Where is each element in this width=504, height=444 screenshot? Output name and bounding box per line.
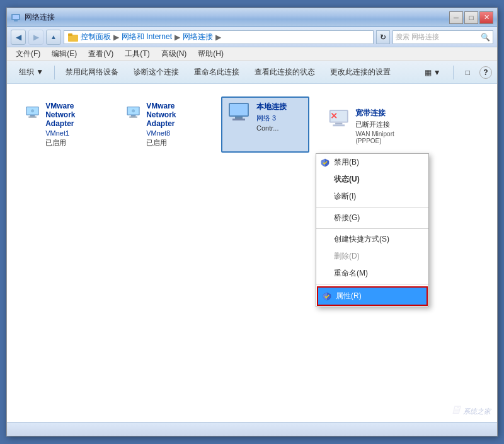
watermark: 🖥 系统之家 [450,404,491,417]
svg-rect-2 [14,20,18,21]
refresh-button[interactable]: ↻ [376,30,390,44]
ctx-icon-shortcut [320,235,330,245]
toolbar-right: ▦ ▼ □ ? [418,64,492,81]
svg-rect-13 [129,117,137,118]
ctx-icon-status [320,175,330,185]
net-status-vmnet1: 已启用 [45,138,103,148]
net-name-vmnet8: VMware Network Adapter [146,102,203,128]
items-grid: VMware Network Adapter VMnet1 已启用 VMware… [13,90,491,159]
net-status-local: Contr... [256,124,287,132]
context-menu: 禁用(B) 状态(U) 诊断(I) 桥接(G) 创建快捷方式(S) [316,153,429,307]
net-name-vmnet1: VMware Network Adapter [45,102,103,128]
path-controlpanel[interactable]: 控制面板 [81,32,111,42]
address-path: 控制面板 ▶ 网络和 Internet ▶ 网络连接 ▶ [64,30,374,44]
ctx-diagnose[interactable]: 诊断(I) [316,188,428,205]
ctx-sep-3 [316,284,428,284]
net-status-vmnet8: 已启用 [146,138,203,148]
minimize-button[interactable]: ─ [449,11,463,24]
svg-rect-22 [333,124,345,126]
content-area: VMware Network Adapter VMnet1 已启用 VMware… [7,84,497,422]
menu-file[interactable]: 文件(F) [11,47,45,61]
ctx-disable[interactable]: 禁用(B) [316,154,428,171]
svg-rect-12 [131,115,136,117]
address-bar: ◀ ▶ ▲ 控制面板 ▶ 网络和 Internet ▶ 网络连接 ▶ ↻ 搜索 … [7,27,497,47]
rename-button[interactable]: 重命名此连接 [187,64,246,81]
svg-rect-7 [30,115,35,117]
path-network-internet[interactable]: 网络和 Internet [122,32,172,42]
watermark-text: 系统之家 [463,407,491,415]
ctx-sep-2 [316,228,428,229]
network-item-broadband[interactable]: 宽带连接 已断开连接 WAN Miniport (PPPOE) [322,103,423,153]
svg-rect-1 [13,15,19,19]
view-status-button[interactable]: 查看此连接的状态 [248,64,322,81]
folder-icon [68,32,78,42]
ctx-icon-bridge [320,213,330,223]
ctx-shield-icon-disable [320,158,330,168]
view-toggle-button[interactable]: ▦ ▼ [418,64,448,81]
maximize-button[interactable]: □ [464,11,478,24]
title-controls: ─ □ ✕ [449,11,493,24]
net-name-broadband: 宽带连接 [355,108,418,119]
forward-button[interactable]: ▶ [28,30,43,45]
net-extra-broadband: WAN Miniport (PPPOE) [355,131,418,144]
ctx-delete: 删除(D) [316,248,428,265]
title-bar: 网络连接 ─ □ ✕ [7,8,497,27]
ctx-icon-rename [320,269,330,279]
menu-bar: 文件(F) 编辑(E) 查看(V) 工具(T) 高级(N) 帮助(H) [7,47,497,61]
diagnose-button[interactable]: 诊断这个连接 [127,64,186,81]
organize-button[interactable]: 组织 ▼ [12,64,50,81]
close-button[interactable]: ✕ [479,11,493,24]
net-info-vmnet1: VMware Network Adapter VMnet1 已启用 [45,102,103,148]
net-info-vmnet8: VMware Network Adapter VMnet8 已启用 [146,102,203,148]
help-button[interactable]: ? [479,66,492,79]
net-subname-vmnet8: VMnet8 [146,129,203,137]
computer-icon-local [226,102,251,124]
folder-button[interactable]: □ [459,64,477,81]
status-bar [7,422,497,436]
menu-edit[interactable]: 编辑(E) [47,47,82,61]
toolbar-separator-2 [453,66,454,79]
network-item-local[interactable]: 本地连接 网络 3 Contr... [221,96,309,153]
menu-help[interactable]: 帮助(H) [193,47,229,61]
computer-icon-vmnet1 [25,102,40,124]
svg-rect-17 [235,117,243,119]
ctx-properties[interactable]: 属性(R) [317,286,428,306]
net-info-broadband: 宽带连接 已断开连接 WAN Miniport (PPPOE) [355,108,418,144]
up-button[interactable]: ▲ [46,30,61,45]
menu-view[interactable]: 查看(V) [83,47,118,61]
ctx-sep-1 [316,207,428,207]
change-settings-button[interactable]: 更改此连接的设置 [323,64,398,81]
svg-rect-18 [232,119,245,120]
ctx-icon-diagnose [320,192,330,202]
ctx-rename[interactable]: 重命名(M) [316,265,428,282]
menu-tools[interactable]: 工具(T) [120,47,154,61]
svg-point-14 [132,109,135,112]
path-network-connections[interactable]: 网络连接 [183,32,213,42]
net-subname-vmnet1: VMnet1 [45,129,103,137]
svg-rect-21 [335,123,342,125]
main-window: 网络连接 ─ □ ✕ ◀ ▶ ▲ 控制面板 ▶ 网络和 Internet ▶ 网… [6,8,498,436]
net-name-local: 本地连接 [256,102,287,112]
toolbar-separator-1 [54,66,55,79]
network-item-vmnet1[interactable]: VMware Network Adapter VMnet1 已启用 [20,96,108,153]
net-status-broadband: 已断开连接 [355,120,418,129]
search-box[interactable]: 搜索 网络连接 🔍 [392,30,493,44]
computer-icon-vmnet8 [125,102,141,124]
ctx-bridge[interactable]: 桥接(G) [316,209,428,226]
title-icon [11,13,21,23]
back-button[interactable]: ◀ [11,30,26,45]
ctx-shield-icon-properties [322,291,332,301]
search-placeholder: 搜索 网络连接 [396,32,439,42]
svg-point-9 [31,109,34,112]
svg-rect-4 [68,33,72,36]
title-text: 网络连接 [25,12,55,23]
computer-icon-broadband [327,108,350,131]
ctx-shortcut[interactable]: 创建快捷方式(S) [316,231,428,248]
ctx-status[interactable]: 状态(U) [316,171,428,188]
network-item-vmnet8[interactable]: VMware Network Adapter VMnet8 已启用 [120,96,209,153]
svg-rect-16 [230,104,248,115]
menu-advanced[interactable]: 高级(N) [156,47,192,61]
disable-device-button[interactable]: 禁用此网络设备 [59,64,125,81]
svg-rect-8 [28,117,37,118]
toolbar: 组织 ▼ 禁用此网络设备 诊断这个连接 重命名此连接 查看此连接的状态 更改此连… [7,61,497,84]
